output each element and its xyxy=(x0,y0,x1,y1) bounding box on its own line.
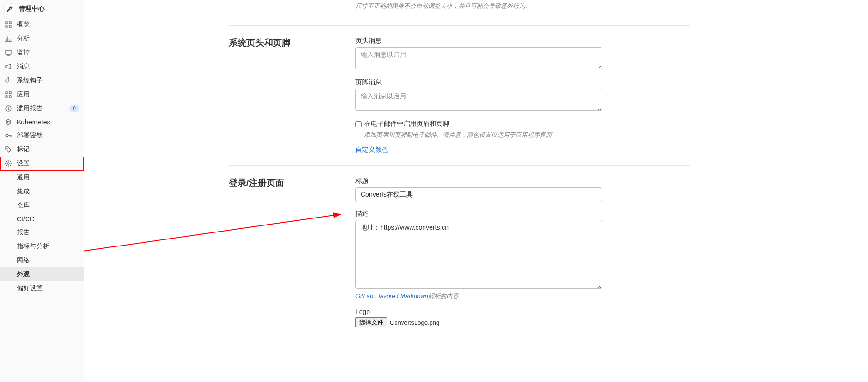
svg-point-17 xyxy=(8,110,9,110)
email-header-footer-checkbox[interactable] xyxy=(355,121,362,127)
sidebar-item-label: 应用 xyxy=(17,90,79,99)
sidebar-item-apps[interactable]: 应用 xyxy=(0,88,84,102)
sidebar: 管理中心 概览分析监控消息系统钩子应用滥用报告0Kubernetes部署密钥标记… xyxy=(0,0,84,382)
sidebar-item-key[interactable]: 部署密钥 xyxy=(0,129,84,143)
sidebar-item-megaphone[interactable]: 消息 xyxy=(0,60,84,74)
svg-rect-2 xyxy=(6,26,7,27)
sidebar-item-label: Kubernetes xyxy=(17,118,79,126)
svg-rect-12 xyxy=(9,92,11,94)
svg-rect-13 xyxy=(6,96,7,97)
sidebar-subitem[interactable]: 指标与分析 xyxy=(0,239,84,253)
svg-rect-3 xyxy=(9,26,11,27)
sidebar-item-label: 概览 xyxy=(17,20,79,29)
sidebar-subitem-label: 报告 xyxy=(17,228,79,237)
sidebar-item-kubernetes[interactable]: Kubernetes xyxy=(0,116,84,129)
sidebar-item-label: 滥用报告 xyxy=(17,104,69,113)
email-header-footer-label: 在电子邮件中启用页眉和页脚 xyxy=(364,120,449,128)
footer-message-label: 页脚消息 xyxy=(355,78,602,87)
chosen-file-name: ConvertsLogo.png xyxy=(390,319,439,326)
sidebar-subitem[interactable]: 报告 xyxy=(0,225,84,239)
section-signin: 登录/注册页面 标题 描述 GitLab Flavored Markdown解析… xyxy=(229,165,690,346)
sidebar-item-gear[interactable]: 设置 xyxy=(0,157,84,171)
sidebar-subitem-label: 网络 xyxy=(17,256,79,265)
sidebar-badge: 0 xyxy=(69,105,79,112)
sidebar-subitem[interactable]: CI/CD xyxy=(0,212,84,225)
image-size-hint: 尺寸不正确的图像不会自动调整大小，并且可能会导致意外行为。 xyxy=(355,2,602,10)
sidebar-title: 管理中心 xyxy=(19,5,45,13)
sidebar-item-label: 设置 xyxy=(17,159,79,168)
signin-desc-label: 描述 xyxy=(355,210,602,218)
section-title-signin: 登录/注册页面 xyxy=(229,177,355,335)
logo-label: Logo xyxy=(355,308,602,315)
svg-rect-1 xyxy=(9,22,11,24)
section-title-header-footer: 系统页头和页脚 xyxy=(229,37,355,154)
sidebar-subitem-label: 外观 xyxy=(17,270,79,279)
svg-rect-8 xyxy=(6,50,11,54)
overview-icon xyxy=(5,21,12,28)
sidebar-subitem[interactable]: 外观 xyxy=(0,267,84,281)
email-header-footer-hint: 添加页眉和页脚到电子邮件。请注意，颜色设置仅适用于应用程序界面 xyxy=(355,131,602,139)
sidebar-item-monitor[interactable]: 监控 xyxy=(0,46,84,60)
abuse-icon xyxy=(5,105,12,112)
sidebar-item-label: 部署密钥 xyxy=(17,131,79,140)
sidebar-subitem[interactable]: 通用 xyxy=(0,171,84,184)
sidebar-item-hook[interactable]: 系统钩子 xyxy=(0,74,84,88)
sidebar-subitem[interactable]: 仓库 xyxy=(0,198,84,212)
sidebar-item-abuse[interactable]: 滥用报告0 xyxy=(0,102,84,116)
svg-point-24 xyxy=(7,148,7,149)
sidebar-subitem-label: CI/CD xyxy=(17,215,79,223)
tag-icon xyxy=(5,146,12,153)
markdown-suffix: 解析的内容。 xyxy=(428,293,465,300)
sidebar-subitem-label: 集成 xyxy=(17,187,79,196)
gear-icon xyxy=(5,160,12,167)
svg-point-20 xyxy=(6,134,8,137)
sidebar-item-label: 分析 xyxy=(17,34,79,43)
sidebar-item-chart[interactable]: 分析 xyxy=(0,32,84,46)
signin-title-label: 标题 xyxy=(355,177,602,185)
signin-desc-input[interactable] xyxy=(355,220,602,289)
key-icon xyxy=(5,132,12,139)
choose-file-button[interactable]: 选择文件 xyxy=(355,317,387,327)
sidebar-item-label: 标记 xyxy=(17,145,79,154)
monitor-icon xyxy=(5,49,12,56)
sidebar-subitem[interactable]: 集成 xyxy=(0,184,84,198)
section-header-footer: 系统页头和页脚 页头消息 页脚消息 在电子邮件中启用页眉和页脚 添加页眉和页脚到… xyxy=(229,25,690,165)
kubernetes-icon xyxy=(5,118,12,126)
sidebar-subitem[interactable]: 网络 xyxy=(0,253,84,267)
main-content: 尺寸不正确的图像不会自动调整大小，并且可能会导致意外行为。 系统页头和页脚 页头… xyxy=(84,0,868,382)
header-message-input[interactable] xyxy=(355,47,602,69)
sidebar-item-label: 消息 xyxy=(17,62,79,71)
header-message-label: 页头消息 xyxy=(355,37,602,45)
svg-rect-14 xyxy=(9,96,11,97)
svg-point-19 xyxy=(7,121,9,123)
sidebar-item-overview[interactable]: 概览 xyxy=(0,18,84,32)
signin-title-input[interactable] xyxy=(355,187,602,202)
sidebar-subitem[interactable]: 偏好设置 xyxy=(0,281,84,295)
markdown-link[interactable]: GitLab Flavored Markdown xyxy=(355,293,428,300)
sidebar-item-label: 监控 xyxy=(17,48,79,57)
chart-icon xyxy=(5,35,12,42)
sidebar-item-tag[interactable]: 标记 xyxy=(0,143,84,157)
sidebar-item-label: 系统钩子 xyxy=(17,76,79,85)
hook-icon xyxy=(5,77,12,84)
svg-marker-18 xyxy=(6,119,11,125)
wrench-icon xyxy=(5,4,15,14)
svg-rect-0 xyxy=(6,22,7,24)
sidebar-subitem-label: 通用 xyxy=(17,173,79,182)
sidebar-header: 管理中心 xyxy=(0,0,84,18)
svg-rect-11 xyxy=(6,92,7,94)
apps-icon xyxy=(5,91,12,98)
sidebar-subitem-label: 偏好设置 xyxy=(17,284,79,293)
custom-color-link[interactable]: 自定义颜色 xyxy=(355,146,388,153)
sidebar-subitem-label: 仓库 xyxy=(17,201,79,210)
sidebar-subitem-label: 指标与分析 xyxy=(17,242,79,251)
megaphone-icon xyxy=(5,63,12,70)
svg-point-25 xyxy=(7,163,9,164)
footer-message-input[interactable] xyxy=(355,89,602,111)
